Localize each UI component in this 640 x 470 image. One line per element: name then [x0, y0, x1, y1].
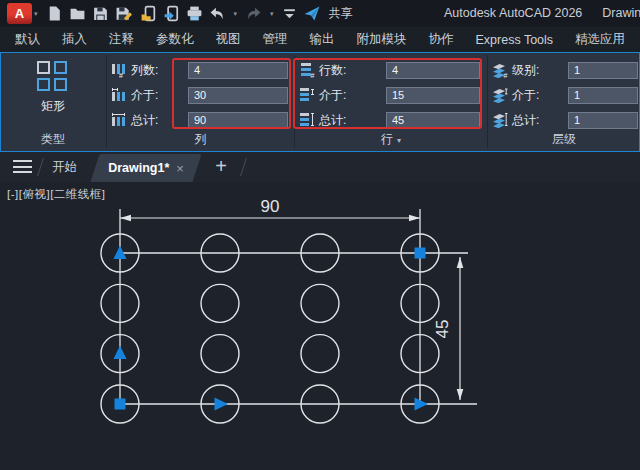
svg-text:#: #	[119, 72, 123, 78]
tab-divider	[240, 158, 247, 176]
columns-between-icon	[111, 87, 127, 103]
ribbon-tab-5[interactable]: 管理	[252, 27, 299, 52]
save-to-web-mobile-icon[interactable]	[163, 5, 180, 22]
ribbon-tab-0[interactable]: 默认	[4, 27, 51, 52]
columns-total-input[interactable]	[188, 112, 288, 129]
open-from-web-mobile-icon[interactable]	[140, 5, 157, 22]
share-icon[interactable]	[303, 5, 321, 22]
rectangular-array-icon	[37, 61, 69, 93]
undo-icon[interactable]	[209, 5, 226, 22]
ribbon-tab-8[interactable]: 协作	[418, 27, 465, 52]
redo-icon[interactable]	[245, 5, 262, 22]
array-circle[interactable]	[301, 284, 339, 322]
levels-count-label: 级别:	[512, 62, 568, 79]
levels-panel-caption: 层级	[488, 131, 640, 148]
array-circle[interactable]	[201, 335, 239, 373]
ribbon-tab-1[interactable]: 插入	[51, 27, 98, 52]
rows-panel-dropdown-icon[interactable]: ▾	[397, 136, 401, 145]
tab-close-icon[interactable]: ×	[176, 161, 184, 176]
file-tab-bar: 开始 Drawing1* × +	[0, 152, 640, 182]
rows-count-label: 行数:	[319, 62, 386, 79]
tab-drawing1[interactable]: Drawing1* ×	[90, 154, 201, 182]
rows-between-icon	[299, 87, 315, 103]
grip-triangle-up[interactable]	[114, 346, 127, 360]
hamburger-menu-icon[interactable]	[13, 160, 32, 173]
levels-between-input[interactable]	[568, 87, 638, 104]
levels-count-icon: #	[492, 62, 508, 78]
app-logo-icon[interactable]: A	[7, 3, 32, 24]
svg-text:#: #	[311, 72, 315, 78]
dimension-text: 90	[261, 197, 280, 216]
rows-total-input[interactable]	[386, 112, 480, 129]
columns-between-input[interactable]	[188, 87, 288, 104]
array-circle[interactable]	[301, 335, 339, 373]
open-folder-icon[interactable]	[69, 5, 86, 22]
rows-count-icon: #	[299, 62, 315, 78]
columns-count-icon: #	[111, 62, 127, 78]
new-tab-button[interactable]: +	[208, 153, 234, 181]
ribbon-tab-3[interactable]: 参数化	[145, 27, 205, 52]
rectangular-array-button[interactable]: 矩形	[0, 61, 106, 115]
columns-between-label: 介于:	[131, 87, 188, 104]
new-file-icon[interactable]	[46, 5, 63, 22]
columns-count-label: 列数:	[131, 62, 188, 79]
columns-total-label: 总计:	[131, 112, 188, 129]
rows-total-label: 总计:	[319, 112, 386, 129]
columns-count-input[interactable]	[188, 62, 288, 79]
levels-total-icon	[492, 112, 508, 128]
ribbon-tab-6[interactable]: 输出	[299, 27, 346, 52]
rows-between-label: 介于:	[319, 87, 386, 104]
levels-total-input[interactable]	[568, 112, 638, 129]
ribbon-tab-4[interactable]: 视图	[205, 27, 252, 52]
save-as-icon[interactable]	[115, 5, 134, 22]
levels-total-label: 总计:	[512, 112, 568, 129]
drawing-canvas[interactable]: 9045 [-][俯视][二维线框]	[0, 182, 640, 470]
rows-total-icon	[299, 112, 315, 128]
grip-square[interactable]	[415, 248, 426, 259]
rows-between-input[interactable]	[386, 87, 480, 104]
app-title: Autodesk AutoCAD 2026	[444, 6, 582, 20]
dimension-arrow-icon	[457, 389, 464, 400]
grip-triangle-up[interactable]	[114, 246, 127, 260]
save-icon[interactable]	[92, 5, 109, 22]
autocad-window: { "colors": { "accent": "#1e83d3", "high…	[0, 0, 640, 470]
tab-divider	[37, 158, 44, 176]
viewport-view-control[interactable]: [俯视]	[19, 188, 50, 200]
dimension-arrow-icon	[457, 257, 464, 268]
window-title: Autodesk AutoCAD 2026Drawin	[444, 0, 640, 27]
tab-drawing1-label: Drawing1*	[108, 161, 169, 175]
ribbon-tab-10[interactable]: 精选应用	[564, 27, 636, 52]
viewport-minimize-control[interactable]: [-]	[7, 188, 19, 200]
levels-between-label: 介于:	[512, 87, 568, 104]
ribbon-panel-rows: # 行数: 介于: 总计: 行▾	[295, 53, 487, 152]
ribbon-panel-levels: # 级别: 介于: 总计: 层级	[488, 53, 640, 152]
undo-caret-icon[interactable]: ▾	[234, 10, 238, 18]
columns-total-icon	[111, 112, 127, 128]
plot-print-icon[interactable]	[186, 5, 203, 22]
levels-between-icon	[492, 87, 508, 103]
columns-panel-caption: 列	[107, 131, 294, 148]
levels-count-input[interactable]	[568, 62, 638, 79]
rows-panel-caption[interactable]: 行▾	[295, 131, 487, 148]
app-menu-caret-icon[interactable]: ▾	[34, 10, 38, 18]
ribbon-tab-9[interactable]: Express Tools	[465, 27, 565, 52]
viewport-visual-style-control[interactable]: [二维线框]	[50, 188, 105, 200]
tab-start[interactable]: 开始	[44, 152, 85, 182]
grip-triangle-right[interactable]	[215, 398, 229, 411]
viewport-controls: [-][俯视][二维线框]	[7, 187, 106, 202]
qat-customize-icon[interactable]	[282, 5, 297, 22]
ribbon-tab-7[interactable]: 附加模块	[346, 27, 418, 52]
grip-triangle-right[interactable]	[415, 398, 429, 411]
share-label[interactable]: 共享	[329, 5, 353, 22]
svg-text:#: #	[504, 72, 508, 78]
redo-caret-icon[interactable]: ▾	[270, 10, 274, 18]
grip-square[interactable]	[115, 399, 126, 410]
ribbon-array-creation: 矩形 类型 # 列数: 介于: 总计: 列 # 行数: 介于:	[0, 53, 640, 152]
dimension-arrow-icon	[120, 215, 131, 222]
ribbon-tab-2[interactable]: 注释	[98, 27, 145, 52]
ribbon-panel-type: 矩形 类型	[0, 53, 106, 152]
dimension-arrow-icon	[409, 215, 420, 222]
array-circle[interactable]	[201, 284, 239, 322]
rows-count-input[interactable]	[386, 62, 480, 79]
quick-access-toolbar: ▾ ▾ 共享	[46, 5, 353, 22]
